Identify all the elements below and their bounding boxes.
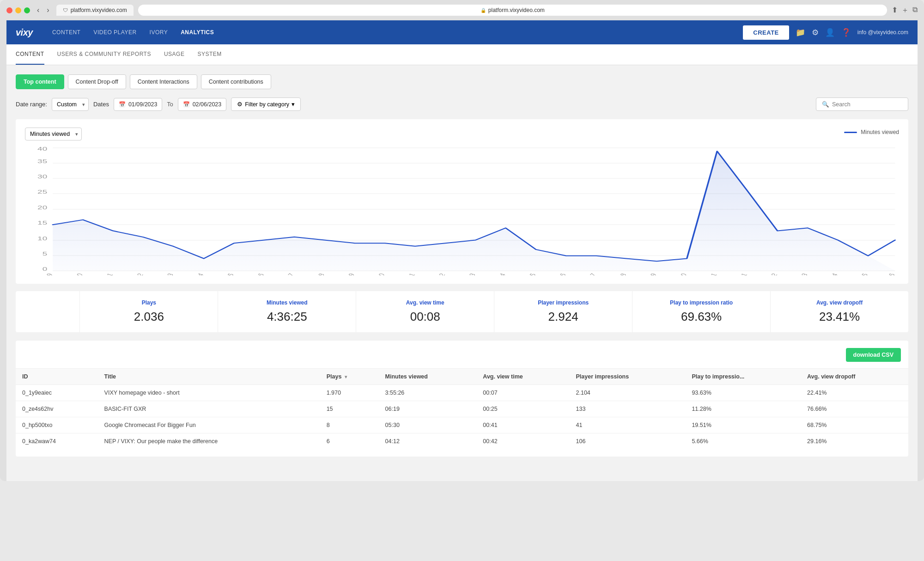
browser-back-button[interactable]: ‹ [35,5,42,15]
sub-nav-users[interactable]: USERS & COMMUNITY REPORTS [57,44,151,65]
cell-avg-view: 00:41 [476,417,569,433]
cell-avg-view: 00:07 [476,385,569,401]
cell-ratio: 93.63% [685,385,801,401]
share-icon[interactable]: ⬆ [892,6,898,15]
svg-text:20230122: 20230122 [423,273,447,275]
metric-spacer [16,291,80,332]
browser-actions: ⬆ ＋ ⧉ [892,6,918,15]
tab-bar: Top content Content Drop-off Content Int… [16,74,908,89]
svg-text:20230124: 20230124 [483,272,508,275]
download-csv-button[interactable]: download CSV [846,348,901,362]
browser-forward-button[interactable]: › [44,5,51,15]
cell-ratio: 5.66% [685,433,801,450]
col-impressions: Player impressions [570,369,686,385]
svg-text:20230125: 20230125 [513,273,537,275]
url-bar[interactable]: 🔒 platform.vixyvideo.com [138,5,887,16]
folder-icon[interactable]: 📁 [796,28,805,37]
browser-maximize-dot[interactable] [24,7,30,13]
svg-text:20230123: 20230123 [453,273,477,275]
date-to-input[interactable]: 📅 02/06/2023 [178,98,227,111]
tab-url: platform.vixyvideo.com [71,7,127,13]
cell-plays: 8 [320,417,379,433]
cell-dropoff: 29.16% [801,433,908,450]
metric-impressions-label: Player impressions [502,299,625,306]
search-icon: 🔍 [822,101,829,108]
search-box[interactable]: 🔍 [816,98,908,111]
calendar-icon-2: 📅 [183,101,190,108]
help-icon[interactable]: ❓ [841,28,851,37]
tab-content-contributions[interactable]: Content contributions [201,74,271,89]
sub-nav-content[interactable]: CONTENT [16,44,44,65]
svg-text:20230205: 20230205 [845,273,869,275]
sort-icon: ▾ [345,374,347,379]
metric-dropoff-value: 23.41% [778,310,901,324]
app-logo: vixy [16,27,33,38]
lock-icon: 🔒 [480,8,486,13]
cell-title: Google Chromecast For Bigger Fun [98,417,320,433]
chart-card: Minutes viewed Minutes viewed 0 5 10 [16,119,908,284]
cell-plays: 1.970 [320,385,379,401]
create-button[interactable]: CREATE [743,25,789,40]
table-card: download CSV ID Title Plays ▾ Minutes vi… [16,341,908,457]
sub-nav-system[interactable]: SYSTEM [197,44,221,65]
metric-avg-view-value: 00:08 [364,310,486,324]
chart-metric-select[interactable]: Minutes viewed [25,128,82,140]
windows-icon[interactable]: ⧉ [912,6,918,15]
dates-label: Dates [93,101,109,108]
metrics-row: Plays 2.036 Minutes viewed 4:36:25 Avg. … [16,291,908,332]
tab-content-interactions[interactable]: Content Interactions [130,74,197,89]
svg-text:0: 0 [43,266,48,272]
cell-minutes: 05:30 [379,417,477,433]
settings-icon[interactable]: ⚙ [812,28,819,37]
tab-content-dropoff[interactable]: Content Drop-off [68,74,126,89]
chart-container: 0 5 10 15 20 25 30 35 40 [25,146,899,275]
browser-minimize-dot[interactable] [15,7,21,13]
metric-avg-view: Avg. view time 00:08 [356,291,494,332]
filter-category-button[interactable]: ⚙ Filter by category ▾ [231,98,301,111]
svg-text:20230119: 20230119 [332,273,356,275]
metric-plays: Plays 2.036 [80,291,218,332]
metric-dropoff-label: Avg. view dropoff [778,299,901,306]
svg-text:35: 35 [37,159,47,164]
col-dropoff: Avg. view dropoff [801,369,908,385]
metric-minutes-label: Minutes viewed [225,299,348,306]
svg-text:20230204: 20230204 [815,272,840,275]
chart-svg: 0 5 10 15 20 25 30 35 40 [25,146,899,275]
nav-item-video-player[interactable]: VIDEO PLAYER [87,20,143,44]
date-range-select-wrapper: Custom [52,98,89,111]
search-input[interactable] [832,101,902,108]
chevron-down-icon: ▾ [292,101,295,108]
cell-title: NEP / VIXY: Our people make the differen… [98,433,320,450]
svg-text:20230114: 20230114 [181,272,206,275]
cell-ratio: 19.51% [685,417,801,433]
cell-avg-view: 00:25 [476,401,569,417]
date-to-value: 02/06/2023 [193,101,222,108]
svg-text:20230111: 20230111 [91,273,115,275]
cell-plays: 6 [320,433,379,450]
svg-text:25: 25 [37,189,47,195]
sub-nav: CONTENT USERS & COMMUNITY REPORTS USAGE … [6,44,918,65]
nav-item-ivory[interactable]: IVORY [143,20,175,44]
to-label: To [167,101,173,108]
tab-top-content[interactable]: Top content [16,74,64,89]
svg-text:20230112: 20230112 [121,273,145,275]
svg-text:20230116: 20230116 [242,273,266,275]
nav-item-analytics[interactable]: ANALYTICS [174,20,220,44]
browser-close-dot[interactable] [6,7,12,13]
cell-dropoff: 22.41% [801,385,908,401]
svg-text:5: 5 [43,251,48,256]
new-tab-icon[interactable]: ＋ [901,6,909,15]
col-avg-view: Avg. view time [476,369,569,385]
col-plays[interactable]: Plays ▾ [320,369,379,385]
sub-nav-usage[interactable]: USAGE [164,44,185,65]
col-id: ID [16,369,98,385]
table-row: 0_ze4s62hv BASIC-FIT GXR 15 06:19 00:25 … [16,401,908,417]
metric-impressions: Player impressions 2.924 [494,291,632,332]
date-from-input[interactable]: 📅 01/09/2023 [114,98,163,111]
metric-plays-label: Plays [87,299,210,306]
svg-text:20230121: 20230121 [392,273,416,275]
date-range-select[interactable]: Custom [52,98,89,111]
nav-item-content[interactable]: CONTENT [46,20,87,44]
user-icon[interactable]: 👤 [825,28,835,37]
user-label[interactable]: info @vixyvideo.com [857,29,908,36]
